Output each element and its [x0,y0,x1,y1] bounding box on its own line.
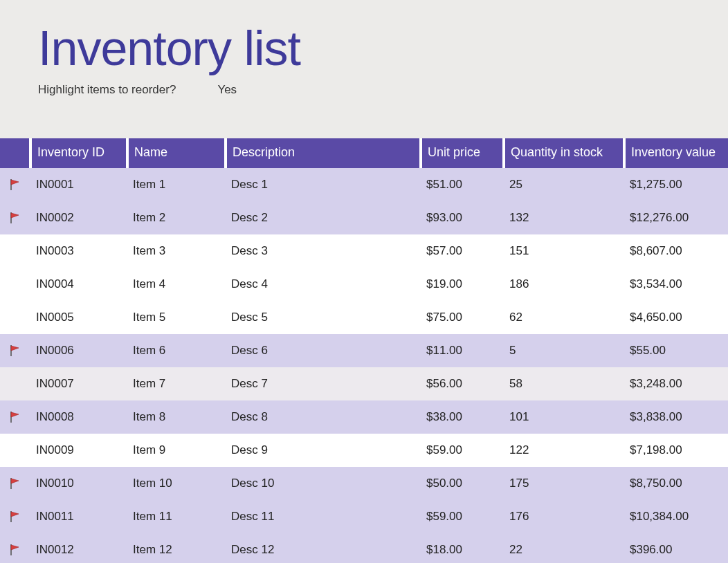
flag-icon [0,234,30,268]
col-flag[interactable] [0,138,30,168]
cell-unit-price: $59.00 [421,434,504,467]
flag-icon [0,400,30,434]
cell-description: Desc 4 [226,268,421,301]
cell-name: Item 5 [127,301,226,334]
table-body: IN0001Item 1Desc 1$51.0025$1,275.00IN000… [0,168,728,563]
cell-name: Item 7 [127,367,226,400]
cell-quantity: 62 [504,301,624,334]
table-row[interactable]: IN0001Item 1Desc 1$51.0025$1,275.00 [0,168,728,201]
cell-inventory-value: $7,198.00 [624,434,728,467]
cell-description: Desc 3 [226,234,421,268]
cell-quantity: 101 [504,400,624,434]
cell-name: Item 3 [127,234,226,268]
flag-icon [0,301,30,334]
cell-unit-price: $57.00 [421,234,504,268]
cell-description: Desc 10 [226,467,421,500]
cell-description: Desc 9 [226,434,421,467]
table-row[interactable]: IN0003Item 3Desc 3$57.00151$8,607.00 [0,234,728,268]
table-row[interactable]: IN0011Item 11Desc 11$59.00176$10,384.00 [0,500,728,533]
col-unit-price[interactable]: Unit price [421,138,504,168]
cell-inventory-id: IN0011 [30,500,127,533]
cell-description: Desc 7 [226,367,421,400]
cell-inventory-id: IN0010 [30,467,127,500]
header-area: Inventory list Highlight items to reorde… [0,0,728,138]
flag-icon [0,500,30,533]
col-name[interactable]: Name [127,138,226,168]
table-row[interactable]: IN0006Item 6Desc 6$11.005$55.00 [0,334,728,367]
cell-inventory-value: $1,275.00 [624,168,728,201]
table-row[interactable]: IN0009Item 9Desc 9$59.00122$7,198.00 [0,434,728,467]
cell-name: Item 1 [127,168,226,201]
flag-icon [0,334,30,367]
cell-quantity: 5 [504,334,624,367]
table-row[interactable]: IN0012Item 12Desc 12$18.0022$396.00 [0,533,728,563]
cell-description: Desc 8 [226,400,421,434]
cell-description: Desc 6 [226,334,421,367]
cell-unit-price: $59.00 [421,500,504,533]
flag-icon [0,467,30,500]
cell-name: Item 10 [127,467,226,500]
cell-inventory-value: $3,838.00 [624,400,728,434]
cell-unit-price: $51.00 [421,168,504,201]
cell-inventory-id: IN0005 [30,301,127,334]
col-inventory-value[interactable]: Inventory value [624,138,728,168]
table-row[interactable]: IN0007Item 7Desc 7$56.0058$3,248.00 [0,367,728,400]
col-inventory-id[interactable]: Inventory ID [30,138,127,168]
cell-unit-price: $11.00 [421,334,504,367]
table-row[interactable]: IN0002Item 2Desc 2$93.00132$12,276.00 [0,201,728,234]
flag-icon [0,533,30,563]
inventory-table: Inventory ID Name Description Unit price… [0,138,728,563]
cell-unit-price: $93.00 [421,201,504,234]
cell-quantity: 122 [504,434,624,467]
cell-inventory-id: IN0001 [30,168,127,201]
flag-icon [0,201,30,234]
inventory-table-wrap: Inventory ID Name Description Unit price… [0,138,728,563]
cell-inventory-value: $8,607.00 [624,234,728,268]
cell-unit-price: $18.00 [421,533,504,563]
table-row[interactable]: IN0004Item 4Desc 4$19.00186$3,534.00 [0,268,728,301]
cell-unit-price: $50.00 [421,467,504,500]
cell-unit-price: $38.00 [421,400,504,434]
cell-unit-price: $19.00 [421,268,504,301]
cell-name: Item 8 [127,400,226,434]
cell-inventory-value: $8,750.00 [624,467,728,500]
cell-description: Desc 12 [226,533,421,563]
cell-inventory-value: $3,534.00 [624,268,728,301]
page-title: Inventory list [38,21,728,76]
cell-name: Item 11 [127,500,226,533]
cell-description: Desc 1 [226,168,421,201]
cell-description: Desc 2 [226,201,421,234]
cell-name: Item 6 [127,334,226,367]
cell-inventory-value: $4,650.00 [624,301,728,334]
cell-quantity: 22 [504,533,624,563]
table-header-row: Inventory ID Name Description Unit price… [0,138,728,168]
cell-unit-price: $75.00 [421,301,504,334]
flag-icon [0,168,30,201]
table-row[interactable]: IN0008Item 8Desc 8$38.00101$3,838.00 [0,400,728,434]
cell-quantity: 186 [504,268,624,301]
cell-quantity: 151 [504,234,624,268]
table-row[interactable]: IN0010Item 10Desc 10$50.00175$8,750.00 [0,467,728,500]
cell-inventory-id: IN0002 [30,201,127,234]
cell-name: Item 2 [127,201,226,234]
cell-description: Desc 5 [226,301,421,334]
cell-inventory-value: $3,248.00 [624,367,728,400]
cell-inventory-value: $55.00 [624,334,728,367]
cell-quantity: 132 [504,201,624,234]
col-quantity[interactable]: Quantity in stock [504,138,624,168]
flag-icon [0,434,30,467]
cell-name: Item 4 [127,268,226,301]
cell-description: Desc 11 [226,500,421,533]
reorder-setting: Highlight items to reorder? Yes [38,83,728,97]
cell-inventory-id: IN0004 [30,268,127,301]
cell-quantity: 58 [504,367,624,400]
cell-quantity: 175 [504,467,624,500]
table-row[interactable]: IN0005Item 5Desc 5$75.0062$4,650.00 [0,301,728,334]
flag-icon [0,367,30,400]
col-description[interactable]: Description [226,138,421,168]
flag-icon [0,268,30,301]
cell-name: Item 12 [127,533,226,563]
cell-quantity: 25 [504,168,624,201]
cell-inventory-id: IN0008 [30,400,127,434]
cell-inventory-id: IN0012 [30,533,127,563]
